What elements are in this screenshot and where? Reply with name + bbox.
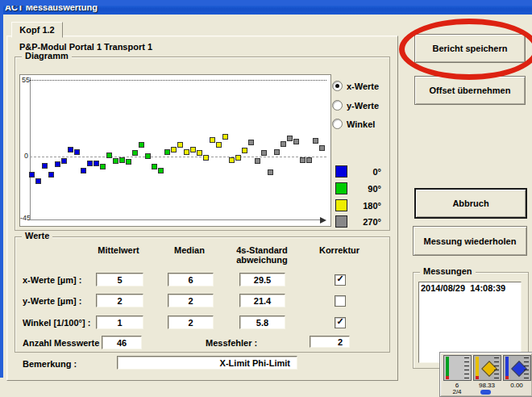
x-median-field[interactable]: 6 [168, 273, 214, 286]
winkel-mittelwert-field[interactable]: 1 [96, 316, 143, 329]
radio-button-icon [332, 81, 343, 91]
bemerkung-label: Bemerkung : [23, 359, 77, 369]
tab-label: Kopf 1.2 [19, 25, 54, 35]
bemerkung-field[interactable]: X-Limit Phi-Limit [117, 356, 297, 370]
data-point [306, 157, 312, 163]
legend-swatch-yellow [335, 199, 347, 211]
window-border-right [0, 0, 3, 378]
messfehler-field[interactable]: 2 [310, 336, 350, 348]
radio-y-werte[interactable]: y-Werte [332, 100, 379, 111]
messungen-listbox[interactable]: 2014/08/29 14:08:39 [418, 282, 522, 363]
winkel-median-field[interactable]: 2 [168, 316, 214, 329]
data-point [68, 147, 73, 153]
y-korrektur-checkbox[interactable] [335, 295, 346, 307]
data-point [242, 148, 247, 153]
x-axis-line [30, 219, 322, 220]
gauge-panel-green [443, 355, 472, 381]
anzahl-messwerte-field[interactable]: 46 [102, 336, 142, 349]
gauge-bar-green [446, 357, 449, 379]
diagramm-group-label: Diagramm [22, 51, 72, 61]
data-point [190, 147, 196, 153]
gauge-scale-ticks [524, 357, 529, 378]
data-point [177, 142, 183, 148]
legend-swatch-green [335, 182, 347, 194]
legend-swatch-gray [335, 215, 347, 228]
y-axis-label-zero: 0 [24, 152, 28, 160]
chart-area: 55 0 -45 [19, 74, 331, 227]
data-point [268, 169, 273, 175]
data-point [113, 158, 118, 164]
legend-item-90: 90° [335, 182, 381, 194]
x-korrektur-checkbox[interactable] [335, 274, 346, 286]
data-point [248, 140, 254, 145]
tab-kopf-1-2[interactable]: Kopf 1.2 [11, 22, 63, 38]
data-point [293, 139, 299, 144]
gauge-value-3: 0.00 [503, 382, 530, 389]
radio-y-werte-label: y-Werte [347, 101, 379, 111]
data-point [216, 142, 222, 148]
y-mittelwert-field[interactable]: 2 [96, 294, 143, 307]
data-point [319, 145, 325, 151]
col-mittelwert: Mittelwert [90, 245, 147, 255]
row-y-werte-label: y-Werte [µm] : [23, 296, 81, 306]
y-axis-label-top: 55 [22, 76, 30, 84]
data-point [74, 149, 80, 155]
gauge-widget: 6 98.33 0.00 2/4 [439, 352, 532, 397]
window-border-bottom [0, 0, 532, 6]
legend-item-270: 270° [335, 215, 381, 228]
radio-x-werte[interactable]: x-Werte [332, 81, 379, 91]
bericht-speichern-button[interactable]: Bericht speichern [414, 34, 526, 63]
legend-item-180: 180° [335, 199, 381, 211]
y-abweichung-field[interactable]: 21.4 [239, 294, 285, 307]
gauge-panel-yellow [473, 355, 501, 381]
mini-logo-icon [480, 390, 491, 395]
messungen-list-item[interactable]: 2014/08/29 14:08:39 [419, 282, 521, 294]
data-point [29, 172, 35, 178]
data-point [145, 153, 151, 159]
messfehler-label: Messfehler : [206, 338, 257, 348]
data-point [48, 172, 54, 178]
data-point [210, 137, 215, 143]
radio-winkel[interactable]: Winkel [332, 119, 375, 129]
data-point [100, 164, 106, 169]
messung-wiederholen-button[interactable]: Messung wiederholen [413, 226, 527, 256]
radio-winkel-label: Winkel [347, 119, 375, 129]
radio-button-icon [332, 119, 343, 129]
legend-swatch-blue [335, 165, 347, 178]
data-point [152, 164, 157, 169]
data-point [203, 155, 209, 161]
data-point [132, 150, 138, 156]
reference-line [30, 80, 326, 81]
data-point [300, 157, 305, 163]
data-point [222, 134, 228, 140]
data-point [164, 149, 170, 155]
data-point [261, 150, 267, 156]
data-point [171, 147, 177, 153]
data-point [139, 142, 144, 148]
gauge-value-2: 98.33 [473, 382, 501, 389]
winkel-abweichung-field[interactable]: 5.8 [239, 316, 285, 329]
data-point [235, 155, 241, 161]
data-point [158, 168, 164, 173]
anzahl-messwerte-label: Anzahl Messwerte : [23, 338, 105, 348]
data-point [119, 157, 125, 163]
y-median-field[interactable]: 2 [168, 294, 214, 307]
gauge-panel-blue [503, 355, 531, 381]
data-point [313, 138, 318, 144]
data-point [35, 178, 41, 184]
x-mittelwert-field[interactable]: 5 [96, 273, 143, 286]
data-point [184, 149, 189, 155]
col-korrektur: Korrektur [313, 245, 366, 255]
gauge-scale-ticks [494, 357, 499, 378]
gauge-sub-value: 2/4 [443, 388, 471, 395]
x-abweichung-field[interactable]: 29.5 [239, 273, 285, 286]
data-point [81, 168, 86, 173]
act-messauswertung-window: ACT Messauswertung Kopf 1.2 P&P-Modul Po… [0, 0, 532, 397]
abbruch-button[interactable]: Abbruch [414, 188, 527, 219]
row-x-werte-label: x-Werte [µm] : [23, 275, 81, 285]
winkel-korrektur-checkbox[interactable] [335, 317, 346, 328]
data-point [281, 141, 286, 147]
row-winkel-label: Winkel [1/100°] : [23, 318, 90, 328]
offset-uebernehmen-button[interactable]: Offset übernehmen [414, 76, 526, 105]
data-point [106, 153, 112, 158]
